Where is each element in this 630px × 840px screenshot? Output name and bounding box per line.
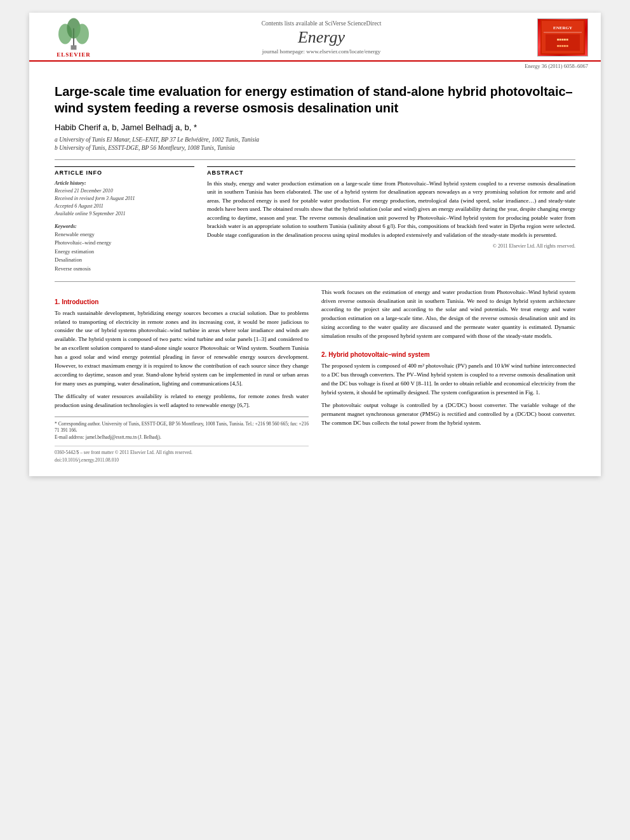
history-label: Article history: <box>55 180 194 187</box>
online-date: Available online 9 September 2011 <box>55 210 194 218</box>
svg-text:ENERGY: ENERGY <box>553 25 572 30</box>
abstract-column: ABSTRACT In this study, energy and water… <box>207 166 575 274</box>
section2-title: 2. Hybrid photovoltaic–wind system <box>321 350 575 359</box>
author-names: Habib Cherif a, b, Jamel Belhadj a, b, * <box>55 123 197 132</box>
body-left-col: 1. Introduction To reach sustainable dev… <box>55 288 309 463</box>
elsevier-tree-icon <box>48 17 99 51</box>
body-right-col: This work focuses on the estimation of e… <box>321 288 575 463</box>
received-date: Received 21 December 2010 <box>55 187 194 195</box>
keyword-5: Reverse osmosis <box>55 265 194 274</box>
intro-col2-para-1: This work focuses on the estimation of e… <box>321 288 575 342</box>
journal-header: ELSEVIER Contents lists available at Sci… <box>29 13 601 62</box>
keywords-label: Keywords: <box>55 223 194 230</box>
keyword-list: Renewable energy Photovoltaic–wind energ… <box>55 230 194 274</box>
page: ELSEVIER Contents lists available at Sci… <box>29 13 601 476</box>
sciverse-link: Contents lists available at SciVerse Sci… <box>112 20 531 27</box>
svg-rect-10 <box>546 34 580 51</box>
section1-number: 1. <box>55 298 60 305</box>
section2-para-1: The proposed system is composed of 400 m… <box>321 362 575 397</box>
authors: Habib Cherif a, b, Jamel Belhadj a, b, * <box>55 123 575 132</box>
affiliations: a University of Tunis El Manar, LSE–ENIT… <box>55 136 575 153</box>
article-info-box: Article history: Received 21 December 20… <box>55 180 194 274</box>
section2-title-text: Hybrid photovoltaic–wind system <box>328 351 429 358</box>
keyword-2: Photovoltaic–wind energy <box>55 239 194 248</box>
abstract-header: ABSTRACT <box>207 166 575 176</box>
journal-logo-right: ENERGY ■■■■■ ■■■■■ <box>537 18 588 57</box>
article-title: Large-scale time evaluation for energy e… <box>55 83 575 116</box>
svg-text:■■■■■: ■■■■■ <box>557 44 568 48</box>
journal-homepage: journal homepage: www.elsevier.com/locat… <box>112 48 531 55</box>
svg-text:■■■■■: ■■■■■ <box>557 37 568 41</box>
doi: doi:10.1016/j.energy.2011.08.010 <box>55 457 309 463</box>
affiliation-a: a University of Tunis El Manar, LSE–ENIT… <box>55 136 575 144</box>
issn: 0360-5442/$ – see front matter © 2011 El… <box>55 449 309 456</box>
keyword-1: Renewable energy <box>55 230 194 239</box>
footnote-text: * Corresponding author. University of Tu… <box>55 421 309 434</box>
intro-para-1: To reach sustainable development, hybrid… <box>55 309 309 389</box>
svg-rect-5 <box>71 45 77 50</box>
footnote-email: E-mail address: jamel.belhadj@esstt.rnu.… <box>55 434 309 441</box>
journal-name: Energy <box>112 28 531 47</box>
body-section: 1. Introduction To reach sustainable dev… <box>55 288 575 463</box>
keyword-3: Energy estimation <box>55 248 194 257</box>
affiliation-b: b University of Tunis, ESSTT-DGE, BP 56 … <box>55 144 575 152</box>
section1-title-text: Introduction <box>62 298 98 305</box>
svg-point-4 <box>76 24 89 44</box>
footer-ids: 0360-5442/$ – see front matter © 2011 El… <box>55 446 309 463</box>
article-info-abstract: ARTICLE INFO Article history: Received 2… <box>55 166 575 274</box>
revised-date: Received in revised form 3 August 2011 <box>55 195 194 203</box>
energy-journal-icon: ENERGY ■■■■■ ■■■■■ <box>540 20 585 55</box>
article-info-header: ARTICLE INFO <box>55 166 194 176</box>
main-content: Large-scale time evaluation for energy e… <box>29 70 601 476</box>
copyright: © 2011 Elsevier Ltd. All rights reserved… <box>207 243 575 249</box>
intro-para-2: The difficulty of water resources availa… <box>55 392 309 410</box>
sciverse-text: Contents lists available at SciVerse Sci… <box>262 20 382 27</box>
divider-line <box>55 159 575 160</box>
accepted-date: Accepted 6 August 2011 <box>55 203 194 210</box>
footnote-area: * Corresponding author. University of Tu… <box>55 417 309 441</box>
article-info-column: ARTICLE INFO Article history: Received 2… <box>55 166 194 274</box>
section2-para-2: The photovoltaic output voltage is contr… <box>321 401 575 428</box>
divider-line-2 <box>55 281 575 282</box>
section1-title: 1. Introduction <box>55 297 309 307</box>
elsevier-logo: ELSEVIER <box>42 17 105 58</box>
abstract-text: In this study, energy and water producti… <box>207 180 575 240</box>
elsevier-text: ELSEVIER <box>57 51 91 58</box>
keyword-4: Desalination <box>55 256 194 265</box>
journal-center: Contents lists available at SciVerse Sci… <box>105 20 537 55</box>
section2-number: 2. <box>321 351 326 358</box>
issue-info: Energy 36 (2011) 6058–6067 <box>29 62 601 70</box>
